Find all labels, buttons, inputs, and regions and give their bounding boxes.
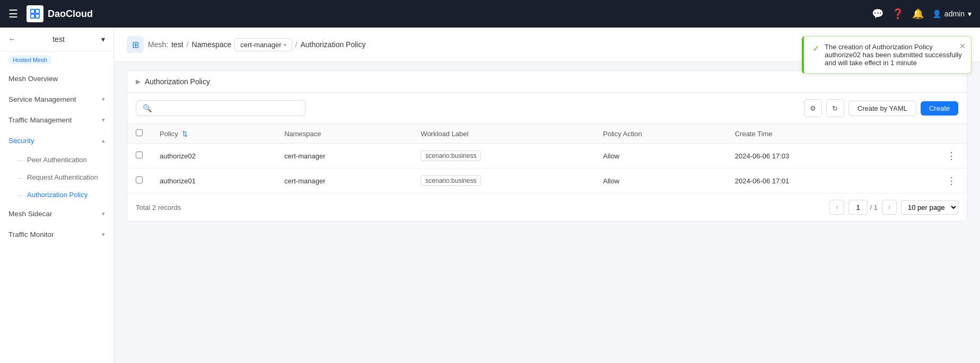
cell-namespace: cert-manager bbox=[276, 144, 412, 169]
mesh-icon: ⊞ bbox=[127, 36, 144, 53]
cell-namespace: cert-manager bbox=[276, 169, 412, 193]
page-input[interactable] bbox=[848, 200, 868, 215]
cell-workload-label: scenario:business bbox=[412, 144, 594, 169]
back-arrow-icon: ← bbox=[8, 35, 16, 43]
page-info: / 1 bbox=[848, 200, 878, 215]
svg-rect-3 bbox=[36, 14, 39, 18]
sidebar-title: test bbox=[52, 35, 65, 43]
request-auth-label: Request Authentication bbox=[27, 173, 98, 181]
namespace-select[interactable]: cert-manager ▾ bbox=[234, 38, 292, 51]
col-policy-action: Policy Action bbox=[594, 124, 727, 144]
content-area: ▶ Authorization Policy 🔍 ⚙ ↻ Create by Y… bbox=[114, 62, 980, 230]
cell-policy-action: Allow bbox=[594, 144, 727, 169]
traffic-management-label: Traffic Management bbox=[8, 116, 72, 124]
table-toolbar: 🔍 ⚙ ↻ Create by YAML Create bbox=[127, 93, 967, 123]
logo: DaoCloud bbox=[27, 5, 872, 22]
sidebar-section: Mesh Overview Service Management ▾ Traff… bbox=[0, 68, 113, 245]
settings-icon-button[interactable]: ⚙ bbox=[804, 99, 822, 117]
select-all-checkbox[interactable] bbox=[136, 129, 143, 136]
notifications-icon[interactable]: 🔔 bbox=[912, 8, 924, 20]
create-by-yaml-button[interactable]: Create by YAML bbox=[848, 101, 916, 116]
per-page-select[interactable]: 10 per page 20 per page 50 per page bbox=[901, 200, 958, 215]
header-checkbox-cell bbox=[127, 124, 151, 144]
col-workload-label: Workload Label bbox=[412, 124, 594, 144]
row-checkbox[interactable] bbox=[136, 176, 143, 183]
notification-message: The creation of Authorization Policy aut… bbox=[825, 43, 962, 67]
close-notification-button[interactable]: ✕ bbox=[959, 42, 966, 50]
hamburger-icon[interactable]: ☰ bbox=[8, 7, 18, 20]
sidebar-header[interactable]: ← test ▾ bbox=[0, 28, 113, 51]
search-icon: 🔍 bbox=[143, 104, 152, 112]
row-more-button[interactable]: ⋮ bbox=[944, 175, 958, 187]
logo-text: DaoCloud bbox=[48, 8, 93, 20]
svg-rect-1 bbox=[36, 10, 39, 13]
mesh-name: test bbox=[171, 40, 183, 49]
table-row: authorize02 cert-manager scenario:busine… bbox=[127, 144, 967, 169]
sidebar-subitem-request-authentication[interactable]: Request Authentication bbox=[0, 169, 113, 186]
user-avatar-icon: 👤 bbox=[932, 10, 941, 18]
traffic-management-chevron: ▾ bbox=[102, 117, 105, 123]
cell-workload-label: scenario:business bbox=[412, 169, 594, 193]
col-policy: Policy ⇅ bbox=[151, 124, 276, 144]
authorization-policy-table: Policy ⇅ Namespace Workload Label Policy… bbox=[127, 123, 967, 193]
search-input[interactable] bbox=[156, 104, 299, 112]
hosted-mesh-badge: Hosted Mesh bbox=[0, 51, 113, 68]
cell-create-time: 2024-06-06 17:03 bbox=[727, 144, 895, 169]
sidebar-item-mesh-overview[interactable]: Mesh Overview bbox=[0, 68, 113, 89]
sidebar-item-security[interactable]: Security ▴ bbox=[0, 130, 113, 151]
notification-banner: ✓ The creation of Authorization Policy a… bbox=[802, 36, 972, 74]
nav-right: 💬 ❓ 🔔 👤 admin ▾ bbox=[872, 8, 972, 20]
user-menu[interactable]: 👤 admin ▾ bbox=[932, 10, 972, 18]
svg-rect-2 bbox=[31, 14, 34, 18]
main-content: ⊞ Mesh: test / Namespace cert-manager ▾ … bbox=[114, 28, 980, 363]
prev-page-button[interactable]: ‹ bbox=[829, 200, 844, 215]
page-name: Authorization Policy bbox=[301, 40, 366, 49]
section-header[interactable]: ▶ Authorization Policy bbox=[127, 70, 967, 93]
row-checkbox[interactable] bbox=[136, 152, 143, 158]
page-sep: / bbox=[870, 203, 872, 211]
sidebar: ← test ▾ Hosted Mesh Mesh Overview Servi… bbox=[0, 28, 114, 363]
row-more-button[interactable]: ⋮ bbox=[944, 150, 958, 162]
sidebar-subitem-peer-authentication[interactable]: Peer Authentication bbox=[0, 151, 113, 169]
service-management-label: Service Management bbox=[8, 95, 76, 103]
next-page-button[interactable]: › bbox=[882, 200, 897, 215]
cell-create-time: 2024-06-06 17:01 bbox=[727, 169, 895, 193]
top-navigation: ☰ DaoCloud 💬 ❓ 🔔 👤 admin ▾ bbox=[0, 0, 980, 28]
mesh-overview-label: Mesh Overview bbox=[8, 75, 58, 83]
table-row: authorize01 cert-manager scenario:busine… bbox=[127, 169, 967, 193]
sidebar-subitem-authorization-policy[interactable]: Authorization Policy bbox=[0, 186, 113, 203]
total-pages: 1 bbox=[874, 203, 878, 211]
sort-icon[interactable]: ⇅ bbox=[182, 130, 188, 138]
user-chevron-icon: ▾ bbox=[968, 10, 972, 18]
traffic-monitor-label: Traffic Monitor bbox=[8, 231, 54, 238]
create-button[interactable]: Create bbox=[921, 101, 958, 116]
col-create-time: Create Time bbox=[727, 124, 895, 144]
breadcrumb: Mesh: test / Namespace cert-manager ▾ / … bbox=[148, 38, 365, 51]
namespace-label: Namespace bbox=[192, 40, 232, 49]
mesh-label: Mesh: bbox=[148, 40, 168, 49]
security-label: Security bbox=[8, 137, 34, 145]
search-box[interactable]: 🔍 bbox=[136, 100, 305, 116]
breadcrumb-sep2: / bbox=[295, 40, 298, 49]
sidebar-item-traffic-monitor[interactable]: Traffic Monitor ▾ bbox=[0, 224, 113, 245]
security-chevron: ▴ bbox=[102, 137, 105, 144]
cell-policy-action: Allow bbox=[594, 169, 727, 193]
service-management-chevron: ▾ bbox=[102, 96, 105, 103]
mesh-sidecar-chevron: ▾ bbox=[102, 210, 105, 217]
authz-policy-label: Authorization Policy bbox=[27, 191, 88, 199]
table-body: authorize02 cert-manager scenario:busine… bbox=[127, 144, 967, 193]
refresh-icon-button[interactable]: ↻ bbox=[826, 99, 844, 117]
pagination-right: ‹ / 1 › 10 per page 20 per page 50 per p… bbox=[829, 200, 958, 215]
table-container: 🔍 ⚙ ↻ Create by YAML Create bbox=[127, 93, 967, 222]
sidebar-item-service-management[interactable]: Service Management ▾ bbox=[0, 89, 113, 110]
svg-rect-0 bbox=[31, 10, 34, 13]
section-chevron-icon: ▶ bbox=[136, 78, 141, 85]
breadcrumb-sep1: / bbox=[187, 40, 189, 49]
traffic-monitor-chevron: ▾ bbox=[102, 231, 105, 238]
help-icon[interactable]: ❓ bbox=[892, 8, 904, 20]
messages-icon[interactable]: 💬 bbox=[872, 8, 883, 20]
toolbar-actions: ⚙ ↻ Create by YAML Create bbox=[804, 99, 958, 117]
sidebar-item-traffic-management[interactable]: Traffic Management ▾ bbox=[0, 110, 113, 130]
sidebar-item-mesh-sidecar[interactable]: Mesh Sidecar ▾ bbox=[0, 203, 113, 224]
table-header-row: Policy ⇅ Namespace Workload Label Policy… bbox=[127, 124, 967, 144]
